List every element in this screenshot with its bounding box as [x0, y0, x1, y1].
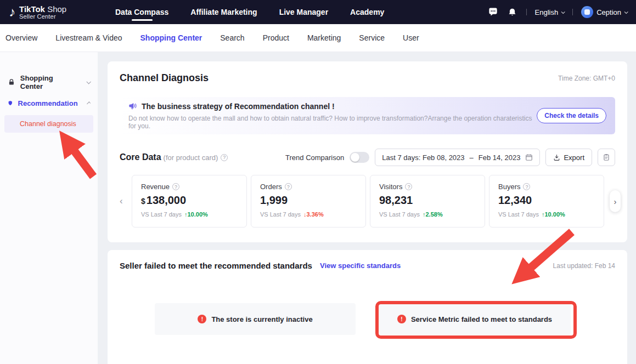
metric-card-orders: Orders ? 1,999 VS Last 7 days ↓3.36% — [251, 175, 366, 228]
vs-label: VS Last 7 days — [498, 211, 539, 218]
delta-value: 2.58% — [426, 211, 443, 218]
language-label: English — [535, 8, 559, 16]
clipboard-icon — [603, 153, 610, 161]
download-icon — [553, 154, 560, 161]
vs-label: VS Last 7 days — [141, 211, 182, 218]
account-menu[interactable]: Ception — [581, 6, 627, 18]
nav-affiliate-marketing[interactable]: Affiliate Marketing — [190, 0, 257, 24]
help-icon[interactable]: ? — [221, 154, 228, 161]
metric-value: 98,231 — [379, 194, 413, 206]
messages-icon[interactable] — [488, 7, 499, 18]
metric-value: 12,340 — [498, 194, 532, 206]
standard-item-text: Service Metric failed to meet to standar… — [411, 315, 552, 323]
brand-name: TikTok — [19, 4, 45, 14]
vs-label: VS Last 7 days — [260, 211, 301, 218]
tab-user[interactable]: User — [403, 33, 419, 42]
metric-label: Buyers — [498, 183, 520, 191]
top-nav-items: Data Compass Affiliate Marketing Live Ma… — [115, 0, 384, 24]
date-range-start: Last 7 days: Feb 08, 2023 — [382, 153, 464, 162]
standard-item-text: The store is currently inactive — [211, 315, 312, 323]
chevron-up-icon — [86, 101, 90, 105]
tab-shopping-center[interactable]: Shopping Center — [140, 33, 202, 42]
divider — [572, 9, 573, 15]
core-data-subtitle: (for product card) — [164, 153, 218, 162]
strategy-banner: The business strategy of Recommendation … — [120, 97, 615, 134]
logo-text: TikTok Shop Seller Center — [19, 5, 66, 20]
metric-label: Revenue — [141, 183, 170, 191]
avatar — [581, 6, 593, 18]
report-clipboard-button[interactable] — [598, 149, 615, 166]
standards-title: Seller failed to meet the recommended st… — [120, 261, 312, 270]
tab-product[interactable]: Product — [263, 33, 289, 42]
banner-text: The business strategy of Recommendation … — [128, 102, 537, 130]
shield-icon — [8, 99, 13, 107]
secondary-navbar: Overview Livestream & Video Shopping Cen… — [0, 24, 636, 52]
toggle-knob — [351, 153, 359, 162]
nav-academy[interactable]: Academy — [350, 0, 384, 24]
megaphone-icon — [128, 102, 137, 111]
main-panel: Channel Diagnosis Time Zone: GMT+0 The b… — [98, 52, 636, 364]
help-icon[interactable]: ? — [172, 183, 179, 190]
sidebar: Shopping Center Recommendation Channel d… — [0, 52, 98, 364]
calendar-icon — [525, 153, 533, 161]
tab-marketing[interactable]: Marketing — [307, 33, 341, 42]
banner-title: The business strategy of Recommendation … — [142, 102, 335, 111]
date-range-picker[interactable]: Last 7 days: Feb 08, 2023 – Feb 14, 2023 — [375, 149, 540, 166]
help-icon[interactable]: ? — [405, 183, 412, 190]
currency-prefix: $ — [141, 197, 145, 206]
metric-label: Orders — [260, 183, 282, 191]
help-icon[interactable]: ? — [285, 183, 292, 190]
metric-card-revenue: Revenue ? $138,000 VS Last 7 days ↑10.00… — [132, 175, 247, 228]
nav-data-compass[interactable]: Data Compass — [115, 0, 168, 24]
timezone-label: Time Zone: GMT+0 — [558, 75, 615, 82]
metric-cards: Revenue ? $138,000 VS Last 7 days ↑10.00… — [132, 175, 615, 228]
date-range-end: Feb 14, 2023 — [479, 153, 521, 162]
topnav-right: English Ception — [488, 6, 627, 18]
language-selector[interactable]: English — [535, 8, 565, 16]
divider — [526, 9, 527, 15]
tab-service[interactable]: Service — [359, 33, 385, 42]
tab-livestream-video[interactable]: Livestream & Video — [55, 33, 122, 42]
alert-icon: ! — [198, 315, 206, 323]
carousel-next-button[interactable]: › — [610, 190, 621, 212]
view-standards-link[interactable]: View specific standards — [320, 261, 401, 270]
trend-comparison-label: Trend Comparison — [285, 153, 344, 162]
sidebar-item-shopping-center[interactable]: Shopping Center — [0, 72, 98, 93]
lock-icon — [8, 78, 15, 86]
metric-card-buyers: Buyers ? 12,340 VS Last 7 days ↑10.00% — [489, 175, 604, 228]
metric-card-visitors: Visitors ? 98,231 VS Last 7 days ↑2.58% — [370, 175, 485, 228]
brand-shop: Shop — [47, 4, 66, 14]
chevron-down-icon — [624, 10, 628, 14]
date-range-separator: – — [470, 153, 474, 162]
metric-label: Visitors — [379, 183, 402, 191]
sidebar-item-label: Recommendation — [18, 99, 78, 107]
top-navbar: ♪ TikTok Shop Seller Center Data Compass… — [0, 0, 636, 24]
brand-tagline: Seller Center — [19, 13, 66, 20]
tab-search[interactable]: Search — [220, 33, 244, 42]
chevron-down-icon — [87, 79, 91, 84]
export-label: Export — [564, 153, 584, 162]
carousel-prev-button[interactable]: ‹ — [120, 196, 123, 207]
notifications-bell-icon[interactable] — [507, 7, 518, 18]
nav-live-manager[interactable]: Live Manager — [279, 0, 328, 24]
trend-comparison-toggle[interactable] — [350, 152, 369, 163]
delta-value: 10.00% — [188, 211, 208, 218]
vs-label: VS Last 7 days — [379, 211, 420, 218]
metric-value: 138,000 — [147, 194, 186, 206]
check-details-button[interactable]: Check the details — [537, 108, 606, 123]
banner-subtitle: Do not know how to operate the mall and … — [128, 115, 537, 130]
page-title: Channel Diagnosis — [120, 72, 209, 84]
sidebar-item-recommendation[interactable]: Recommendation — [0, 93, 98, 113]
sidebar-item-channel-diagnosis[interactable]: Channel diagnosis — [4, 115, 93, 133]
tiktok-logo[interactable]: ♪ TikTok Shop Seller Center — [9, 5, 106, 20]
alert-icon: ! — [397, 315, 406, 323]
tab-overview[interactable]: Overview — [5, 33, 37, 42]
chevron-down-icon — [561, 10, 565, 14]
standard-item-service-metric[interactable]: ! Service Metric failed to meet to stand… — [379, 303, 571, 335]
standard-item-store-inactive[interactable]: ! The store is currently inactive — [155, 303, 356, 335]
help-icon[interactable]: ? — [523, 183, 530, 190]
export-button[interactable]: Export — [545, 149, 592, 166]
channel-diagnosis-card: Channel Diagnosis Time Zone: GMT+0 The b… — [108, 61, 627, 242]
sidebar-item-label: Shopping Center — [20, 74, 77, 90]
standards-card: Seller failed to meet the recommended st… — [108, 250, 627, 364]
